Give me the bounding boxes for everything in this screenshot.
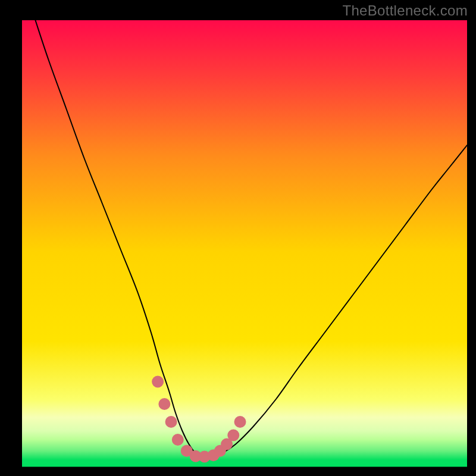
highlight-dot <box>165 416 177 428</box>
highlight-dot <box>172 434 184 446</box>
plot-background <box>22 20 467 466</box>
highlight-dot <box>227 430 239 441</box>
chart-canvas <box>0 0 476 476</box>
watermark-text: TheBottleneck.com <box>342 2 468 19</box>
highlight-dot <box>158 398 170 410</box>
chart-frame: TheBottleneck.com <box>0 0 476 476</box>
highlight-dot <box>234 416 246 428</box>
highlight-dot <box>152 376 164 388</box>
